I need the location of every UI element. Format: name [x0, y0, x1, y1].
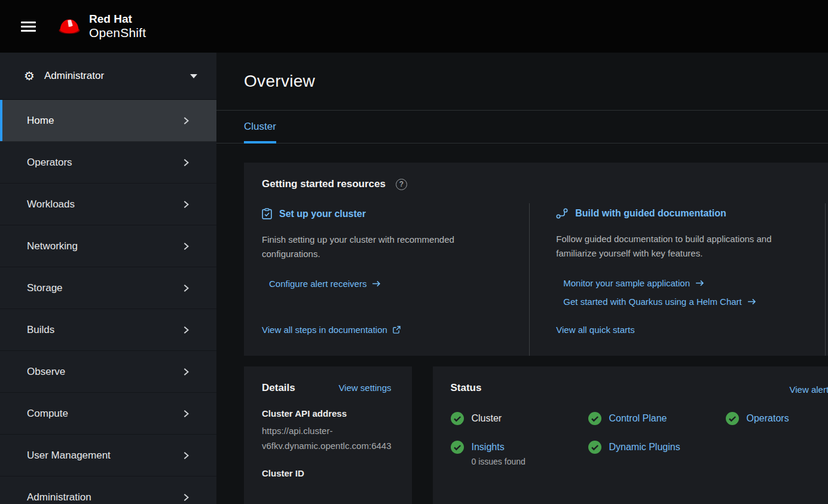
chevron-right-icon: [182, 410, 190, 418]
sidebar-item-home[interactable]: Home: [0, 100, 216, 142]
help-icon[interactable]: ?: [396, 179, 407, 190]
view-all-quick-starts-link[interactable]: View all quick starts: [556, 325, 634, 335]
cluster-api-address-value: https://api.cluster-v6fkv.dynamic.opentl…: [262, 423, 392, 454]
status-item-dynamic-plugins: Dynamic Plugins: [588, 441, 726, 466]
perspective-label: Administrator: [44, 70, 104, 82]
guided-docs-heading-row: Build with guided documentation: [556, 208, 808, 219]
setup-cluster-heading-row: Set up your cluster: [262, 208, 513, 219]
brand-text: Red Hat OpenShift: [89, 13, 146, 39]
setup-cluster-footer: View all steps in documentation: [262, 307, 513, 335]
getting-started-column-clipped: [825, 203, 828, 356]
arrow-right-icon: [695, 280, 704, 286]
cluster-api-address-label: Cluster API address: [262, 408, 392, 419]
status-item-insights: Insights 0 issues found: [451, 441, 588, 466]
quarkus-helm-chart-link[interactable]: Get started with Quarkus using a Helm Ch…: [563, 297, 808, 307]
details-field-cluster-api: Cluster API address https://api.cluster-…: [262, 408, 392, 454]
sidebar-item-label: User Management: [27, 450, 111, 462]
control-plane-status-link[interactable]: Control Plane: [609, 412, 667, 425]
redhat-hat-icon: [57, 17, 81, 35]
chevron-right-icon: [182, 158, 190, 167]
sidebar-item-storage[interactable]: Storage: [0, 267, 216, 309]
configure-alert-receivers-link[interactable]: Configure alert receivers: [269, 279, 513, 289]
arrow-right-icon: [372, 280, 381, 287]
sidebar-item-label: Observe: [27, 366, 65, 378]
status-item-operators: Operators: [726, 412, 828, 425]
tab-bar: Cluster: [216, 111, 828, 143]
insights-issues-count: 0 issues found: [472, 457, 525, 466]
status-item-cluster: Cluster: [451, 412, 588, 425]
cluster-status-label: Cluster: [472, 412, 502, 425]
status-card: Status View alerts Cluster: [433, 366, 828, 504]
view-all-steps-link[interactable]: View all steps in documentation: [262, 325, 401, 335]
sidebar-item-observe[interactable]: Observe: [0, 351, 216, 393]
status-title: Status: [451, 382, 482, 394]
check-circle-icon: [451, 441, 464, 454]
cluster-id-label: Cluster ID: [262, 468, 392, 478]
chevron-right-icon: [182, 284, 190, 292]
sidebar-item-user-management[interactable]: User Management: [0, 435, 216, 476]
sidebar-item-label: Builds: [27, 324, 54, 336]
view-settings-link[interactable]: View settings: [338, 383, 391, 393]
perspective-switcher[interactable]: ⚙ Administrator: [0, 53, 216, 100]
setup-cluster-link[interactable]: Set up your cluster: [279, 209, 366, 219]
sidebar-item-label: Storage: [27, 282, 63, 294]
check-circle-icon: [588, 412, 601, 425]
link-label: Monitor your sample application: [563, 278, 690, 288]
chevron-right-icon: [182, 326, 190, 334]
guided-docs-links: Monitor your sample application Get star…: [556, 278, 808, 307]
external-link-icon: [393, 326, 401, 334]
arrow-right-icon: [747, 298, 756, 305]
overview-content: Getting started resources ? Set up your …: [216, 143, 828, 504]
gear-icon: ⚙: [24, 70, 35, 82]
sidebar-nav: Home Operators Workloads Networking Stor…: [0, 100, 216, 504]
check-circle-icon: [451, 412, 464, 425]
getting-started-header: Getting started resources ?: [244, 178, 828, 190]
link-label: View all steps in documentation: [262, 325, 387, 335]
details-card-header: Details View settings: [262, 382, 392, 394]
sidebar-item-networking[interactable]: Networking: [0, 225, 216, 267]
getting-started-column-guided-docs: Build with guided documentation Follow g…: [529, 203, 824, 356]
details-field-cluster-id: Cluster ID: [262, 468, 392, 478]
getting-started-card: Getting started resources ? Set up your …: [244, 163, 828, 356]
setup-cluster-description: Finish setting up your cluster with reco…: [262, 233, 508, 262]
brand-logo: Red Hat OpenShift: [57, 13, 146, 39]
view-alerts-link[interactable]: View alerts: [790, 384, 828, 395]
sidebar-item-label: Administration: [27, 491, 91, 503]
link-label: Configure alert receivers: [269, 279, 366, 289]
getting-started-title: Getting started resources: [262, 178, 386, 190]
chevron-right-icon: [182, 451, 190, 460]
brand-product: OpenShift: [89, 26, 146, 40]
sidebar: ⚙ Administrator Home Operators Workloads…: [0, 53, 216, 504]
overview-cards-row: Details View settings Cluster API addres…: [244, 366, 828, 504]
monitor-sample-app-link[interactable]: Monitor your sample application: [563, 278, 808, 288]
brand-name: Red Hat: [89, 13, 146, 25]
operators-status-link[interactable]: Operators: [747, 412, 789, 425]
dynamic-plugins-status-link[interactable]: Dynamic Plugins: [609, 441, 680, 454]
insights-status-link[interactable]: Insights: [472, 442, 505, 452]
link-label: Get started with Quarkus using a Helm Ch…: [563, 297, 741, 307]
sidebar-item-label: Networking: [27, 240, 78, 252]
nav-menu-toggle-button[interactable]: [17, 16, 39, 38]
sidebar-item-workloads[interactable]: Workloads: [0, 184, 216, 225]
guided-docs-link[interactable]: Build with guided documentation: [575, 208, 726, 219]
sidebar-item-operators[interactable]: Operators: [0, 142, 216, 184]
sidebar-item-builds[interactable]: Builds: [0, 309, 216, 351]
guided-docs-footer: View all quick starts: [556, 307, 808, 335]
getting-started-column-setup: Set up your cluster Finish setting up yo…: [244, 203, 529, 356]
chevron-right-icon: [182, 368, 190, 376]
status-item-control-plane: Control Plane: [588, 412, 726, 425]
chevron-right-icon: [182, 493, 190, 502]
getting-started-columns: Set up your cluster Finish setting up yo…: [244, 203, 828, 356]
sidebar-item-label: Home: [27, 115, 54, 127]
tab-cluster[interactable]: Cluster: [244, 121, 276, 143]
sidebar-item-label: Operators: [27, 157, 72, 169]
chevron-right-icon: [182, 117, 190, 125]
sidebar-item-compute[interactable]: Compute: [0, 393, 216, 435]
chevron-right-icon: [182, 200, 190, 209]
details-card: Details View settings Cluster API addres…: [244, 366, 412, 504]
status-grid: Cluster Control Plane: [451, 412, 828, 466]
status-card-header: Status: [451, 382, 828, 394]
sidebar-item-administration[interactable]: Administration: [0, 476, 216, 504]
masthead: Red Hat OpenShift: [0, 0, 828, 53]
guided-docs-description: Follow guided documentation to build app…: [556, 232, 802, 261]
